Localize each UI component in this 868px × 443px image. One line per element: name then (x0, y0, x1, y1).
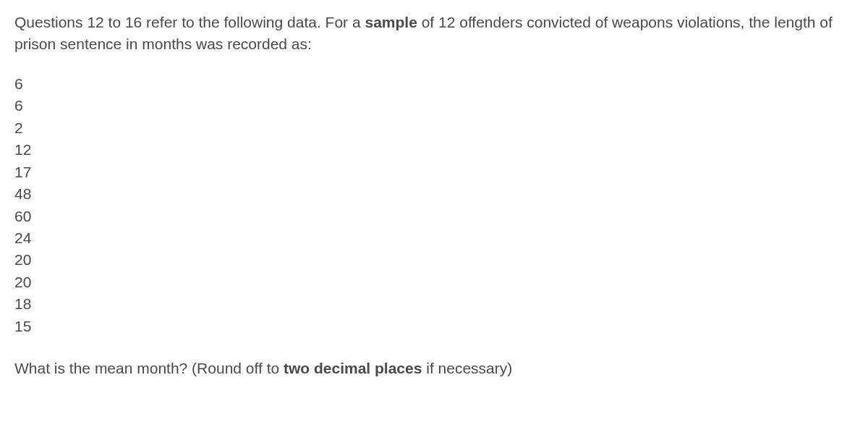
question-text-part2: if necessary) (422, 360, 512, 376)
intro-text-part1: Questions 12 to 16 refer to the followin… (14, 14, 365, 30)
list-item: 6 (14, 95, 854, 117)
list-item: 24 (14, 227, 854, 249)
list-item: 60 (14, 206, 854, 227)
data-value-list: 6 6 2 12 17 48 60 24 20 20 18 15 (14, 73, 854, 337)
list-item: 6 (14, 73, 854, 95)
list-item: 20 (14, 249, 854, 271)
list-item: 15 (14, 316, 854, 337)
list-item: 20 (14, 271, 854, 293)
question-paragraph: What is the mean month? (Round off to tw… (14, 358, 854, 379)
question-bold-decimal: two decimal places (284, 360, 422, 376)
list-item: 12 (14, 139, 854, 161)
intro-paragraph: Questions 12 to 16 refer to the followin… (14, 12, 854, 56)
list-item: 17 (14, 161, 854, 183)
list-item: 2 (14, 117, 854, 139)
list-item: 18 (14, 293, 854, 315)
list-item: 48 (14, 183, 854, 205)
question-text-part1: What is the mean month? (Round off to (14, 360, 284, 376)
intro-bold-sample: sample (365, 14, 417, 30)
